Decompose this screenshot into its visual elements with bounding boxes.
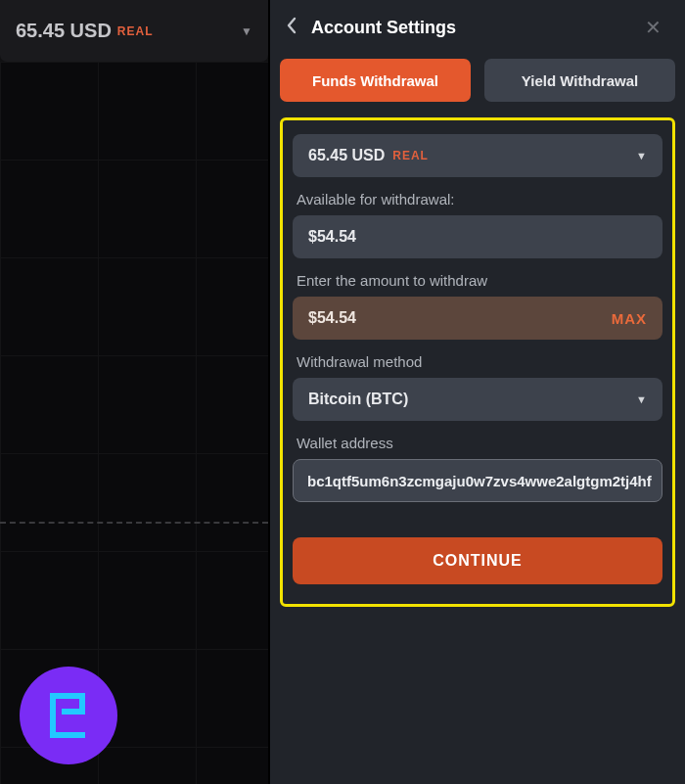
method-selector[interactable]: Bitcoin (BTC) ▼	[293, 378, 662, 421]
balance-tag: REAL	[117, 24, 154, 38]
balance-selector[interactable]: 65.45 USD REAL ▼	[0, 0, 268, 62]
chart-dashed-line	[0, 522, 268, 524]
continue-button[interactable]: CONTINUE	[293, 537, 662, 584]
label-wallet: Wallet address	[297, 435, 659, 451]
back-icon[interactable]	[286, 17, 297, 39]
left-pane: 65.45 USD REAL ▼	[0, 0, 269, 784]
chevron-down-icon: ▼	[636, 393, 647, 405]
withdrawal-tabs: Funds Withdrawal Yield Withdrawal	[280, 55, 675, 117]
label-method: Withdrawal method	[297, 353, 659, 370]
panel-header: Account Settings ✕	[280, 0, 675, 55]
chevron-down-icon: ▼	[636, 150, 647, 161]
available-amount: $54.54	[293, 215, 662, 258]
withdrawal-form: 65.45 USD REAL ▼ Available for withdrawa…	[280, 117, 675, 607]
panel-title: Account Settings	[311, 18, 623, 38]
settings-panel: Account Settings ✕ Funds Withdrawal Yiel…	[269, 0, 685, 784]
tab-funds-withdrawal[interactable]: Funds Withdrawal	[280, 59, 471, 102]
account-balance: 65.45 USD	[308, 147, 385, 164]
amount-input[interactable]: $54.54 MAX	[293, 297, 662, 340]
account-selector[interactable]: 65.45 USD REAL ▼	[293, 134, 662, 177]
method-value: Bitcoin (BTC)	[308, 391, 408, 408]
close-icon[interactable]: ✕	[637, 12, 669, 43]
label-enter-amount: Enter the amount to withdraw	[297, 272, 659, 289]
max-button[interactable]: MAX	[612, 310, 647, 327]
balance-amount: 65.45 USD	[16, 20, 112, 42]
wallet-address-input[interactable]: bc1qtf5um6n3zcmgaju0w7zvs4wwe2algtgm2tj4…	[293, 459, 662, 502]
chevron-down-icon: ▼	[241, 24, 252, 38]
label-available: Available for withdrawal:	[297, 191, 659, 208]
account-tag: REAL	[392, 149, 429, 162]
logo-badge	[20, 667, 117, 764]
logo-icon	[39, 686, 98, 745]
amount-value: $54.54	[308, 309, 356, 327]
wallet-address-value: bc1qtf5um6n3zcmgaju0w7zvs4wwe2algtgm2tj4…	[307, 473, 652, 489]
tab-yield-withdrawal[interactable]: Yield Withdrawal	[484, 59, 675, 102]
available-value: $54.54	[308, 228, 356, 246]
